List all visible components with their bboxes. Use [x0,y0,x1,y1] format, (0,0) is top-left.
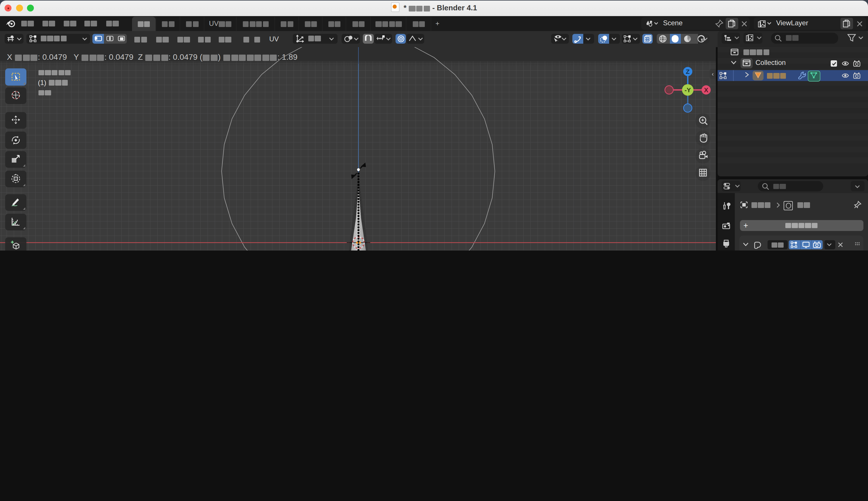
svg-text:X: X [704,86,708,94]
svg-text:-Y: -Y [684,86,691,94]
svg-text:Z: Z [686,68,690,75]
